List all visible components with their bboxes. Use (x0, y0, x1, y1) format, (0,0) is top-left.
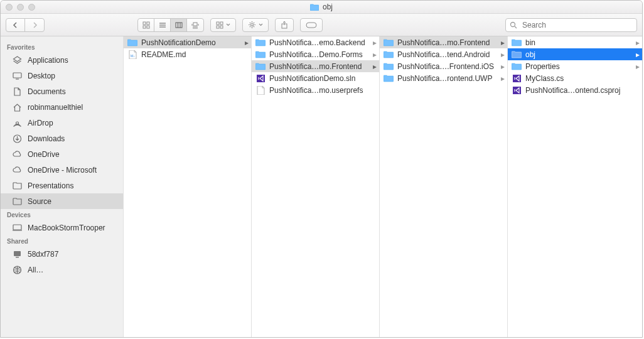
sidebar-item-documents[interactable]: Documents (1, 83, 123, 99)
folder-icon (310, 4, 319, 11)
sidebar-item-58dxf787[interactable]: 58dxf787 (1, 246, 123, 262)
item-label: PushNotifica…mo.Frontend (397, 38, 495, 47)
svg-rect-14 (13, 73, 21, 78)
sidebar-heading: Shared (1, 235, 123, 246)
folder-icon (384, 50, 394, 59)
folder-item[interactable]: PushNotifica…tend.Android▸ (380, 48, 507, 60)
folder-side-icon (12, 196, 23, 206)
item-label: PushNotifica….Frontend.iOS (397, 62, 495, 71)
chevron-down-icon (259, 23, 263, 26)
search-field[interactable] (505, 18, 637, 32)
file-item[interactable]: PushNotifica…ontend.csproj (508, 84, 642, 96)
view-coverflow-button[interactable] (187, 19, 203, 31)
svg-rect-12 (306, 23, 316, 28)
folder-icon (384, 62, 394, 71)
search-input[interactable] (521, 20, 633, 30)
sidebar-item-source[interactable]: Source (1, 193, 123, 209)
folder-icon (512, 38, 522, 47)
chevron-right-icon: ▸ (633, 38, 640, 47)
file-item[interactable]: M↓README.md (124, 48, 251, 60)
folder-side-icon (12, 181, 23, 190)
item-label: PushNotificationDemo.sln (269, 74, 377, 83)
folder-icon (255, 62, 266, 71)
mac-icon (12, 223, 23, 232)
folder-item[interactable]: bin▸ (508, 36, 642, 48)
sidebar-item-label: OneDrive - Microsoft (28, 166, 97, 175)
file-vs-icon (512, 86, 522, 95)
folder-icon (384, 38, 394, 47)
sidebar-item-label: Documents (28, 87, 66, 96)
arrange-menu[interactable] (210, 18, 236, 32)
airdrop-icon (12, 118, 23, 127)
back-button[interactable] (6, 19, 25, 31)
view-list-button[interactable] (154, 19, 171, 31)
column: PushNotificationDemo▸M↓README.md (124, 36, 252, 337)
sidebar-item-label: MacBookStormTrooper (28, 223, 105, 232)
sidebar-item-onedrive-microsoft[interactable]: OneDrive - Microsoft (1, 162, 123, 178)
sidebar-item-label: Presentations (28, 181, 73, 190)
sidebar-item-desktop[interactable]: Desktop (1, 68, 123, 83)
folder-item[interactable]: PushNotifica…Demo.Forms▸ (252, 48, 379, 60)
globe-icon (12, 265, 23, 274)
file-item[interactable]: PushNotifica…mo.userprefs (252, 84, 379, 96)
tags-button[interactable] (300, 18, 323, 32)
folder-item[interactable]: obj▸ (508, 48, 642, 60)
sidebar-item-downloads[interactable]: Downloads (1, 131, 123, 146)
file-item[interactable]: PushNotificationDemo.sln (252, 72, 379, 84)
sidebar-item-label: Desktop (28, 72, 55, 80)
tag-icon (306, 21, 317, 29)
sidebar-item-presentations[interactable]: Presentations (1, 178, 123, 193)
folder-icon (384, 74, 394, 83)
forward-button[interactable] (25, 19, 44, 31)
sidebar-item-macbookstormtrooper[interactable]: MacBookStormTrooper (1, 220, 123, 235)
item-label: PushNotifica…ontend.csproj (525, 86, 640, 95)
view-switcher (137, 18, 204, 32)
share-button[interactable] (275, 18, 294, 32)
svg-rect-6 (217, 22, 219, 24)
sidebar-item-label: Applications (28, 56, 68, 65)
column: PushNotifica…mo.Frontend▸PushNotifica…te… (380, 36, 508, 337)
file-md-icon: M↓ (127, 50, 137, 59)
view-icon-button[interactable] (138, 19, 154, 31)
item-label: PushNotifica…mo.Frontend (269, 62, 367, 71)
window-body: FavoritesApplicationsDesktopDocumentsrob… (1, 36, 642, 337)
folder-item[interactable]: PushNotificationDemo▸ (124, 36, 251, 48)
folder-item[interactable]: PushNotifica…rontend.UWP▸ (380, 72, 507, 84)
file-item[interactable]: MyClass.cs (508, 72, 642, 84)
svg-rect-4 (176, 23, 182, 28)
svg-rect-23 (513, 75, 521, 82)
column: bin▸obj▸Properties▸MyClass.csPushNotific… (508, 36, 642, 337)
folder-item[interactable]: Properties▸ (508, 60, 642, 72)
folder-item[interactable]: PushNotifica…emo.Backend▸ (252, 36, 379, 48)
sidebar-item-label: 58dxf787 (28, 250, 58, 259)
item-label: PushNotificationDemo (141, 38, 239, 47)
item-label: MyClass.cs (525, 74, 640, 83)
home-icon (12, 102, 23, 112)
sidebar-item-all-[interactable]: All… (1, 262, 123, 277)
column-browser: PushNotificationDemo▸M↓README.mdPushNoti… (124, 36, 642, 337)
sidebar-item-label: All… (28, 266, 43, 274)
sidebar-item-applications[interactable]: Applications (1, 52, 123, 68)
sidebar-item-robinmanuelthiel[interactable]: robinmanuelthiel (1, 99, 123, 115)
action-menu[interactable] (242, 18, 269, 32)
svg-point-13 (511, 22, 515, 26)
view-columns-button[interactable] (171, 19, 187, 31)
folder-item[interactable]: PushNotifica…mo.Frontend▸ (252, 60, 379, 72)
nav-buttons (6, 18, 45, 32)
folder-item[interactable]: PushNotifica….Frontend.iOS▸ (380, 60, 507, 72)
svg-rect-22 (257, 75, 265, 82)
folder-item[interactable]: PushNotifica…mo.Frontend▸ (380, 36, 507, 48)
item-label: obj (525, 50, 630, 59)
chevron-right-icon: ▸ (633, 62, 640, 71)
svg-rect-3 (147, 26, 149, 28)
sidebar: FavoritesApplicationsDesktopDocumentsrob… (1, 36, 124, 337)
sidebar-heading: Devices (1, 209, 123, 220)
sidebar-item-airdrop[interactable]: AirDrop (1, 115, 123, 131)
onedrive-icon (12, 165, 23, 175)
window-title-text: obj (323, 3, 333, 11)
chevron-right-icon: ▸ (370, 38, 377, 47)
documents-icon (12, 87, 23, 96)
svg-point-10 (251, 24, 254, 26)
share-icon (281, 21, 288, 29)
sidebar-item-onedrive[interactable]: OneDrive (1, 146, 123, 162)
